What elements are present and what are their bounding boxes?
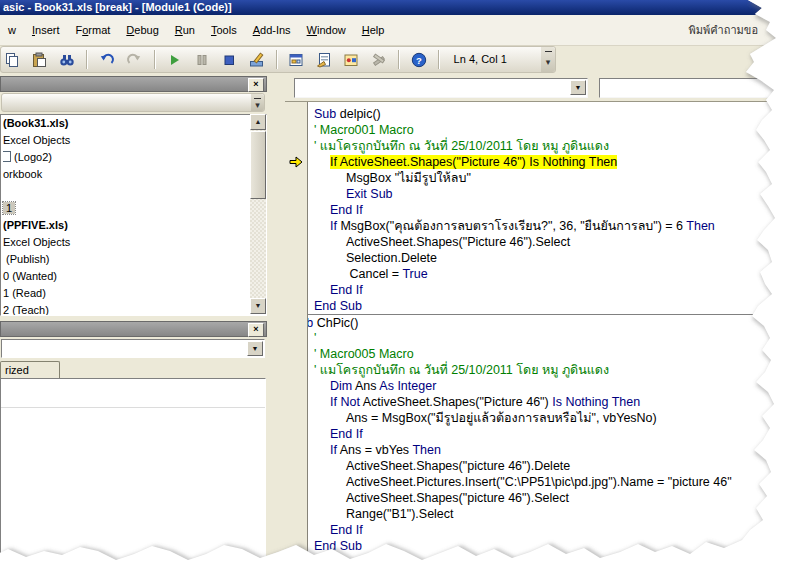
close-icon[interactable]: × — [248, 78, 264, 92]
properties-titlebar[interactable]: × — [0, 321, 267, 337]
code-line: Ans = MsgBox("มีรูปอยู่แล้วต้องการลบหรือ… — [308, 410, 793, 426]
toolbar-separator — [86, 50, 88, 69]
properties-object-dropdown[interactable]: ▼ — [1, 339, 265, 358]
menu-item-w[interactable]: w — [0, 15, 24, 45]
sheet-icon — [3, 151, 11, 162]
menu-item-window[interactable]: Window — [299, 15, 354, 45]
code-window: (General) ▼ delpic Sub delpic()' Macro00… — [285, 76, 793, 572]
project-tree-item[interactable]: (Publish) — [1, 251, 266, 268]
code-line: ' Macro001 Macro — [308, 122, 793, 138]
project-explorer-panel: × ▾ (Book31.xls)Excel Objects(Logo2)orkb… — [0, 76, 267, 316]
project-tree[interactable]: (Book31.xls)Excel Objects(Logo2)orkbook1… — [0, 114, 267, 316]
type-question-box[interactable]: พิมพ์คำถามขอ — [688, 15, 758, 45]
properties-panel: × ▼ rized — [0, 321, 267, 572]
code-line: MsgBox "ไม่มีรูปให้ลบ" — [308, 170, 793, 186]
project-explorer-toolbar: ▾ — [1, 93, 265, 112]
scrollbar-thumb[interactable] — [250, 131, 266, 199]
procedure-dropdown[interactable]: delpic — [599, 78, 793, 98]
run-icon[interactable] — [163, 48, 186, 71]
code-line: Range("B1").Select — [308, 506, 793, 522]
vba-editor-window: asic - Book31.xls [break] - [Module1 (Co… — [0, 0, 793, 572]
code-line: If MsgBox("คุณต้องการลบตราโรงเรียน?", 36… — [308, 218, 793, 234]
code-line: End Sub — [308, 538, 793, 554]
code-line: ActiveSheet.Pictures.Insert("C:\PP51\pic… — [308, 474, 793, 490]
code-line: ' แมโครถูกบันทึก ณ วันที่ 25/10/2011 โดย… — [308, 362, 793, 378]
project-explorer-icon[interactable] — [285, 48, 308, 71]
code-line: End Sub — [308, 298, 793, 314]
toolbar-options-chevron[interactable]: ▾ — [541, 47, 555, 72]
project-tree-item[interactable]: (Logo2) — [1, 149, 266, 166]
project-tree-item[interactable]: 1 (Read) — [1, 285, 266, 302]
undo-icon[interactable] — [96, 48, 119, 71]
menu-item-run[interactable]: Run — [167, 15, 203, 45]
code-line: Cancel = True — [308, 266, 793, 282]
reset-icon[interactable] — [218, 48, 241, 71]
execution-point-arrow-icon — [289, 156, 303, 168]
help-icon[interactable]: ? — [408, 48, 431, 71]
chevron-down-icon[interactable]: ▼ — [247, 341, 263, 356]
break-icon[interactable] — [191, 48, 214, 71]
code-line: End If — [308, 202, 793, 218]
menu-bar: wInsertFormatDebugRunToolsAdd-InsWindowH… — [0, 15, 793, 46]
code-line: Sub ChPic() — [308, 314, 793, 330]
code-line: If ActiveSheet.Shapes("Picture 46") Is N… — [308, 154, 793, 170]
chevron-down-icon: ▾ — [541, 58, 555, 66]
project-tree-item[interactable]: (PPFIVE.xls) — [1, 217, 266, 234]
code-line: Selection.Delete — [308, 250, 793, 266]
standard-toolbar: ? Ln 4, Col 1 ▾ — [0, 46, 556, 73]
design-mode-icon[interactable] — [246, 48, 269, 71]
project-tree-item[interactable]: orkbook — [1, 166, 266, 183]
code-line: End If — [308, 426, 793, 442]
code-line: Sub delpic() — [308, 106, 793, 122]
copy-icon[interactable] — [1, 48, 24, 71]
close-icon[interactable]: × — [248, 323, 264, 337]
object-dropdown[interactable]: (General) ▼ — [294, 78, 588, 98]
project-tree-item[interactable]: Excel Objects — [1, 132, 266, 149]
tab-categorized[interactable]: rized — [0, 361, 60, 378]
code-line: Exit Sub — [308, 186, 793, 202]
code-line: ' แมโครถูกบันทึก ณ วันที่ 25/10/2011 โดย… — [308, 138, 793, 154]
code-line: End If — [308, 522, 793, 538]
menu-item-format[interactable]: Format — [67, 15, 118, 45]
menu-item-help[interactable]: Help — [354, 15, 393, 45]
properties-list[interactable] — [0, 378, 266, 572]
object-browser-icon[interactable] — [340, 48, 363, 71]
toolbox-icon[interactable] — [368, 48, 391, 71]
menu-items: wInsertFormatDebugRunToolsAdd-InsWindowH… — [0, 15, 392, 45]
menu-item-tools[interactable]: Tools — [203, 15, 245, 45]
project-tree-item[interactable]: (Book31.xls) — [1, 115, 266, 132]
find-icon[interactable] — [56, 48, 79, 71]
project-tree-item[interactable]: Excel Objects — [1, 234, 266, 251]
svg-text:?: ? — [416, 54, 422, 65]
code-line: End If — [308, 282, 793, 298]
code-dropdown-row: (General) ▼ delpic — [285, 76, 793, 102]
menu-item-addins[interactable]: Add-Ins — [245, 15, 299, 45]
project-tree-item[interactable]: 1 — [1, 200, 266, 217]
code-line: ActiveSheet.Shapes("picture 46").Select — [308, 490, 793, 506]
menu-item-debug[interactable]: Debug — [118, 15, 166, 45]
menu-item-insert[interactable]: Insert — [24, 15, 68, 45]
chevron-down-icon[interactable]: ▼ — [570, 80, 586, 95]
code-text: Sub delpic()' Macro001 Macro' แมโครถูกบั… — [308, 102, 793, 572]
project-explorer-titlebar[interactable]: × — [0, 76, 267, 92]
properties-window-icon[interactable] — [313, 48, 336, 71]
cursor-position-label: Ln 4, Col 1 — [454, 48, 507, 71]
project-tree-item[interactable]: 2 (Teach) — [1, 302, 266, 316]
toolbar-options-chevron[interactable]: ▾ — [251, 94, 264, 111]
toolbar-separator — [154, 50, 156, 69]
scroll-up-icon[interactable]: ▲ — [250, 114, 266, 130]
code-line: If Ans = vbYes Then — [308, 442, 793, 458]
paste-icon[interactable] — [28, 48, 51, 71]
code-line: ActiveSheet.Shapes("picture 46").Delete — [308, 458, 793, 474]
redo-icon[interactable] — [123, 48, 146, 71]
vertical-splitter[interactable] — [267, 76, 287, 572]
code-line: Dim Ans As Integer — [308, 378, 793, 394]
code-line: If Not ActiveSheet.Shapes("Picture 46") … — [308, 394, 793, 410]
project-tree-item[interactable] — [1, 183, 266, 200]
margin-indicator-bar[interactable] — [285, 102, 308, 572]
project-tree-scrollbar[interactable]: ▲ ▼ — [250, 114, 266, 314]
project-tree-item[interactable]: 0 (Wanted) — [1, 268, 266, 285]
scroll-down-icon[interactable]: ▼ — [250, 298, 266, 314]
title-bar[interactable]: asic - Book31.xls [break] - [Module1 (Co… — [0, 0, 793, 15]
code-editor[interactable]: Sub delpic()' Macro001 Macro' แมโครถูกบั… — [285, 102, 793, 572]
